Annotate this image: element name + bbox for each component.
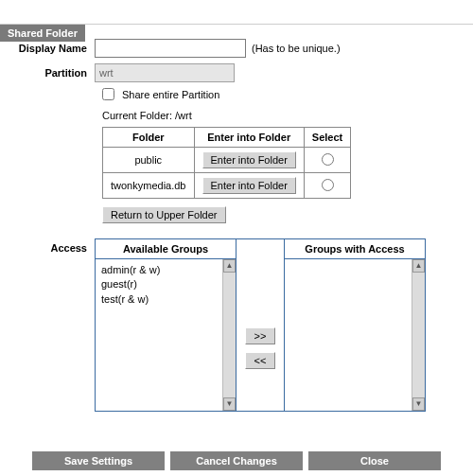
access-section: Access Available Groups admin(r & w) gue…	[0, 238, 473, 412]
form-area: Display Name (Has to be unique.) Partiti…	[0, 39, 473, 412]
available-groups-title: Available Groups	[96, 239, 236, 259]
share-entire-row: Share entire Partition	[102, 88, 473, 100]
close-button[interactable]: Close	[308, 451, 441, 470]
folder-name-cell: twonkymedia.db	[103, 173, 195, 199]
enter-folder-button[interactable]: Enter into Folder	[202, 177, 296, 194]
select-radio[interactable]	[322, 153, 334, 166]
share-entire-label: Share entire Partition	[122, 89, 219, 100]
table-row: twonkymedia.db Enter into Folder	[103, 173, 351, 199]
bottom-buttons: Save Settings Cancel Changes Close	[0, 451, 473, 470]
col-enter: Enter into Folder	[194, 128, 304, 148]
scroll-up-icon[interactable]: ▲	[412, 259, 425, 273]
scrollbar[interactable]: ▲ ▼	[222, 259, 236, 411]
display-name-input[interactable]	[95, 39, 246, 58]
scroll-up-icon[interactable]: ▲	[223, 259, 236, 273]
partition-input	[95, 63, 235, 82]
folder-table: Folder Enter into Folder Select public E…	[102, 127, 351, 199]
table-row: public Enter into Folder	[103, 148, 351, 173]
move-left-button[interactable]: <<	[245, 352, 275, 369]
cancel-changes-button[interactable]: Cancel Changes	[170, 451, 303, 470]
partition-label: Partition	[0, 67, 95, 79]
folder-name-cell: public	[103, 148, 195, 173]
list-item[interactable]: guest(r)	[101, 277, 217, 291]
col-folder: Folder	[103, 128, 195, 148]
move-buttons: >> <<	[236, 238, 284, 412]
current-folder: Current Folder: /wrt	[102, 110, 473, 121]
return-upper-button[interactable]: Return to Upper Folder	[102, 206, 226, 223]
scroll-down-icon[interactable]: ▼	[223, 397, 236, 411]
share-entire-checkbox[interactable]	[102, 88, 114, 100]
scroll-down-icon[interactable]: ▼	[412, 397, 425, 411]
current-folder-path: /wrt	[175, 110, 192, 121]
save-settings-button[interactable]: Save Settings	[32, 451, 165, 470]
display-name-label: Display Name	[0, 43, 95, 54]
col-select: Select	[304, 128, 350, 148]
current-folder-prefix: Current Folder:	[102, 110, 175, 121]
display-name-row: Display Name (Has to be unique.)	[0, 39, 473, 58]
display-name-hint: (Has to be unique.)	[252, 43, 341, 54]
available-groups-list[interactable]: admin(r & w) guest(r) test(r & w) ▲ ▼	[96, 259, 236, 411]
groups-with-access-box: Groups with Access ▲ ▼	[284, 238, 426, 412]
folder-table-header: Folder Enter into Folder Select	[103, 128, 351, 148]
partition-row: Partition	[0, 63, 473, 82]
groups-with-access-title: Groups with Access	[285, 239, 425, 259]
list-item[interactable]: admin(r & w)	[101, 263, 217, 277]
groups-with-access-list[interactable]: ▲ ▼	[285, 259, 425, 411]
select-radio[interactable]	[322, 179, 334, 191]
move-right-button[interactable]: >>	[245, 327, 275, 344]
available-groups-box: Available Groups admin(r & w) guest(r) t…	[95, 238, 236, 412]
top-bar	[0, 0, 473, 25]
scrollbar[interactable]: ▲ ▼	[412, 259, 425, 411]
list-item[interactable]: test(r & w)	[101, 292, 217, 307]
enter-folder-button[interactable]: Enter into Folder	[202, 151, 296, 168]
access-label: Access	[0, 238, 95, 412]
